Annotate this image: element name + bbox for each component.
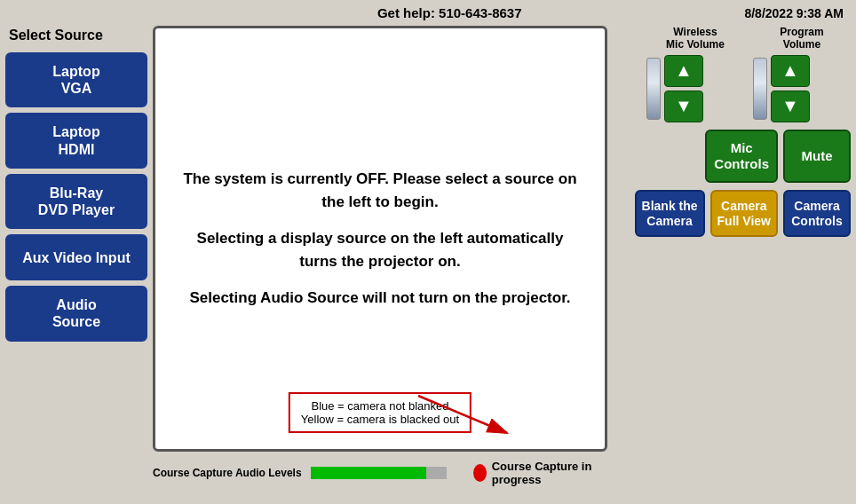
camera-full-view-button[interactable]: CameraFull View [710, 190, 778, 238]
camera-legend-line2: Yellow = camera is blacked out [301, 413, 459, 426]
wireless-slider-track [646, 58, 661, 120]
mic-mute-row: MicControls Mute [613, 130, 851, 183]
bottom-bar: Course Capture Audio Levels Course Captu… [153, 457, 607, 489]
source-btn-laptop-vga[interactable]: LaptopVGA [5, 52, 147, 107]
capture-label: Course Capture in progress [492, 460, 607, 486]
message-line2: Selecting a display source on the left a… [176, 227, 584, 272]
program-vol-btns: ▲ ▼ [771, 55, 810, 122]
wireless-slider-area: ▲ ▼ [646, 55, 744, 122]
wireless-mic-volume-label: WirelessMic Volume [666, 26, 725, 51]
sidebar-title: Select Source [5, 26, 147, 47]
audio-gray-bar [426, 467, 447, 479]
wireless-vol-btns: ▲ ▼ [664, 55, 703, 122]
mic-controls-button[interactable]: MicControls [705, 130, 778, 183]
audio-green-bar [311, 467, 426, 479]
audio-level-label: Course Capture Audio Levels [153, 467, 302, 479]
program-slider-track [753, 58, 767, 120]
camera-legend-line1: Blue = camera not blanked [301, 399, 459, 413]
blank-camera-button[interactable]: Blank theCamera [635, 190, 705, 238]
capture-dot-icon [473, 464, 487, 482]
wireless-vol-up-button[interactable]: ▲ [664, 55, 703, 87]
program-slider-area: ▲ ▼ [753, 55, 851, 122]
program-vol-down-button[interactable]: ▼ [771, 91, 810, 122]
program-vol-up-button[interactable]: ▲ [771, 55, 810, 87]
program-volume-label: ProgramVolume [780, 26, 823, 51]
datetime: 8/8/2022 9:38 AM [744, 6, 844, 20]
capture-indicator: Course Capture in progress [473, 460, 607, 486]
wireless-mic-volume-section: WirelessMic Volume ▲ ▼ [646, 26, 744, 122]
camera-controls-button[interactable]: CameraControls [783, 190, 851, 238]
source-btn-aux-video[interactable]: Aux Video Input [5, 234, 147, 280]
volume-controls: WirelessMic Volume ▲ ▼ ProgramVolume ▲ ▼ [613, 26, 851, 122]
program-volume-section: ProgramVolume ▲ ▼ [753, 26, 851, 122]
mute-button[interactable]: Mute [783, 130, 851, 183]
source-btn-bluray[interactable]: Blu-RayDVD Player [5, 174, 147, 229]
main-display: The system is currently OFF. Please sele… [153, 26, 607, 452]
source-btn-audio-source[interactable]: AudioSource [5, 286, 147, 341]
message-line1: The system is currently OFF. Please sele… [176, 168, 584, 213]
message-line3: Selecting Audio Source will not turn on … [176, 287, 584, 310]
camera-legend: Blue = camera not blanked Yellow = camer… [289, 392, 472, 433]
wireless-vol-down-button[interactable]: ▼ [664, 91, 703, 122]
source-btn-laptop-hdmi[interactable]: LaptopHDMI [5, 113, 147, 168]
system-message: The system is currently OFF. Please sele… [176, 168, 584, 310]
help-text: Get help: 510-643-8637 [155, 5, 744, 20]
audio-level-bar [311, 467, 447, 479]
camera-buttons-row: Blank theCamera CameraFull View CameraCo… [613, 190, 851, 238]
